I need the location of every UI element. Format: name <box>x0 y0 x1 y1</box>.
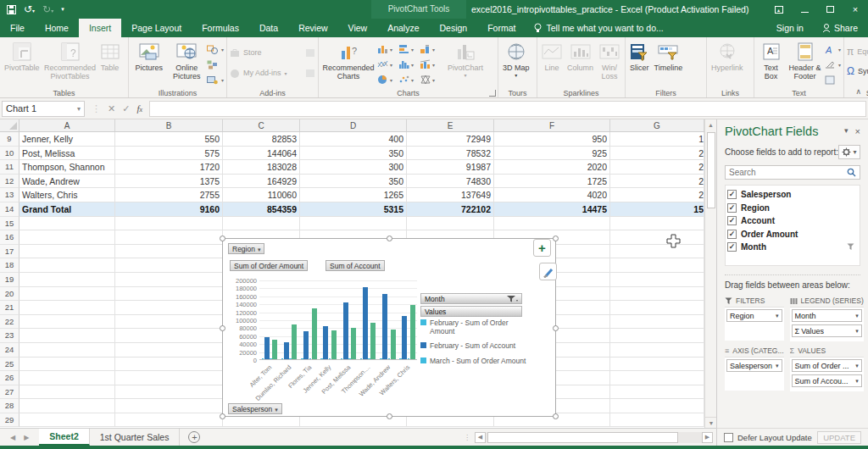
scroll-up-icon[interactable]: ▲ <box>705 119 716 130</box>
bar-chart-icon[interactable]: ▾ <box>398 42 420 57</box>
restore-button[interactable] <box>817 0 843 19</box>
row-header-27[interactable]: 27 <box>0 385 19 400</box>
bar-february---sum-of-account[interactable] <box>382 294 387 359</box>
bar-february---sum-of-account[interactable] <box>264 337 270 359</box>
cell-A15[interactable] <box>19 217 115 231</box>
horizontal-scroll-thumb[interactable] <box>487 432 678 443</box>
cell-G12[interactable]: 2 <box>610 175 704 189</box>
cell-G14[interactable]: 15 <box>610 202 704 217</box>
search-icon[interactable] <box>847 168 856 177</box>
cell-E13[interactable]: 137649 <box>407 188 494 202</box>
row-header-19[interactable]: 19 <box>0 273 19 287</box>
row-header-9[interactable]: 9 <box>0 132 19 147</box>
timeline-button[interactable]: Timeline <box>653 39 685 86</box>
cell-G29[interactable] <box>610 413 704 428</box>
cell-A24[interactable] <box>19 343 115 358</box>
cell-B16[interactable] <box>115 230 223 245</box>
bar-march---sum-of-account[interactable] <box>391 330 396 359</box>
cell-B17[interactable] <box>115 245 223 259</box>
field-checkbox[interactable]: ✓ <box>727 230 737 239</box>
cell-A13[interactable]: Walters, Chris <box>19 188 115 202</box>
select-all-corner[interactable] <box>0 119 19 131</box>
cell-B13[interactable]: 2755 <box>115 188 223 202</box>
column-header-F[interactable]: F <box>494 119 610 131</box>
cell-G17[interactable] <box>610 245 704 259</box>
field-checkbox[interactable]: ✓ <box>727 216 737 225</box>
cell-F9[interactable]: 950 <box>494 132 610 147</box>
cell-D10[interactable]: 350 <box>300 147 407 161</box>
legend-item[interactable]: February - Sum of Account <box>420 341 531 350</box>
cell-G18[interactable] <box>610 258 704 273</box>
sparkline-winloss-button[interactable]: Win/ Loss <box>597 39 622 86</box>
chart-elements-button[interactable]: + <box>533 239 551 257</box>
cell-G21[interactable] <box>610 301 704 315</box>
field-item-salesperson[interactable]: ✓Salesperson <box>727 188 858 202</box>
cell-G19[interactable] <box>610 273 704 287</box>
shapes-icon[interactable]: ▾ <box>207 42 224 56</box>
filters-drop-zone[interactable]: Region▾ <box>725 307 784 341</box>
my-addins-button[interactable]: My Add-ins▾ <box>230 66 303 80</box>
cancel-icon[interactable]: ✕ <box>108 103 115 114</box>
axis-drop-zone[interactable]: Salesperson▾ <box>725 357 784 391</box>
field-checkbox[interactable]: ✓ <box>727 242 737 252</box>
cell-B27[interactable] <box>115 385 223 400</box>
cell-D15[interactable] <box>300 217 407 231</box>
sheet-nav-left-icon[interactable]: ◀ <box>10 434 15 441</box>
save-icon[interactable] <box>7 5 16 14</box>
cell-A23[interactable] <box>19 329 115 343</box>
field-checkbox[interactable]: ✓ <box>727 190 737 199</box>
search-input[interactable] <box>729 168 847 177</box>
row-header-24[interactable]: 24 <box>0 343 19 358</box>
cell-B9[interactable]: 550 <box>115 132 223 147</box>
cell-G15[interactable] <box>610 217 704 231</box>
cell-B23[interactable] <box>115 329 223 343</box>
column-header-G[interactable]: G <box>610 119 704 131</box>
tab-home[interactable]: Home <box>35 19 79 37</box>
close-button[interactable]: × <box>843 0 868 19</box>
column-header-C[interactable]: C <box>223 119 300 131</box>
line-chart-icon[interactable]: ▾ <box>377 57 398 72</box>
tab-review[interactable]: Review <box>288 19 337 37</box>
cell-E14[interactable]: 722102 <box>407 202 494 217</box>
cell-G23[interactable] <box>610 329 704 343</box>
cell-F11[interactable]: 2020 <box>494 160 610 175</box>
cell-E15[interactable] <box>407 217 494 231</box>
pictures-button[interactable]: Pictures <box>131 39 167 86</box>
tab-design[interactable]: Design <box>430 19 478 37</box>
cell-G16[interactable] <box>610 230 704 245</box>
cell-A14[interactable]: Grand Total <box>19 202 115 217</box>
cell-A29[interactable] <box>19 413 115 428</box>
bar-march---sum-of-account[interactable] <box>351 328 356 359</box>
minimize-button[interactable] <box>792 0 817 19</box>
cell-E12[interactable]: 74830 <box>407 175 494 189</box>
scatter-chart-icon[interactable]: ▾ <box>398 72 420 87</box>
sheet-nav-right-icon[interactable]: ▶ <box>24 434 29 441</box>
cell-A27[interactable] <box>19 385 115 400</box>
cell-G22[interactable] <box>610 315 704 330</box>
radar-chart-icon[interactable]: ▾ <box>420 72 441 87</box>
column-chart-icon[interactable]: ▾ <box>377 42 398 57</box>
row-header-18[interactable]: 18 <box>0 258 19 273</box>
table-button[interactable]: Table <box>99 39 121 86</box>
cell-G9[interactable]: 1 <box>610 132 704 147</box>
cell-B11[interactable]: 1720 <box>115 160 223 175</box>
cell-A25[interactable] <box>19 358 115 372</box>
bar-february---sum-of-account[interactable] <box>363 287 368 359</box>
cell-C12[interactable]: 164929 <box>223 175 300 189</box>
bing-maps-icon[interactable] <box>305 46 315 59</box>
scroll-left-icon[interactable]: ◀ <box>475 432 486 443</box>
pie-chart-icon[interactable]: ▾ <box>377 72 398 87</box>
values-drop-zone[interactable]: Sum of Order ...▾Sum of Accou...▾ <box>790 357 864 391</box>
field-item-month[interactable]: ✓Month <box>727 241 858 254</box>
cell-C11[interactable]: 183028 <box>223 160 300 175</box>
cell-A26[interactable] <box>19 371 115 385</box>
pane-close-icon[interactable]: × <box>855 126 860 136</box>
field-chip-month[interactable]: Month▾ <box>792 309 862 322</box>
signature-line-icon[interactable]: ▾ <box>825 58 841 71</box>
object-icon[interactable] <box>825 73 841 86</box>
chart-value-button-account[interactable]: Sum of Account <box>326 260 385 271</box>
scrollbar-resize-handle[interactable]: ⋮ <box>464 434 471 441</box>
cell-F13[interactable]: 4020 <box>494 188 610 202</box>
pane-options-icon[interactable]: ▾ <box>844 126 849 136</box>
tab-data[interactable]: Data <box>249 19 288 37</box>
